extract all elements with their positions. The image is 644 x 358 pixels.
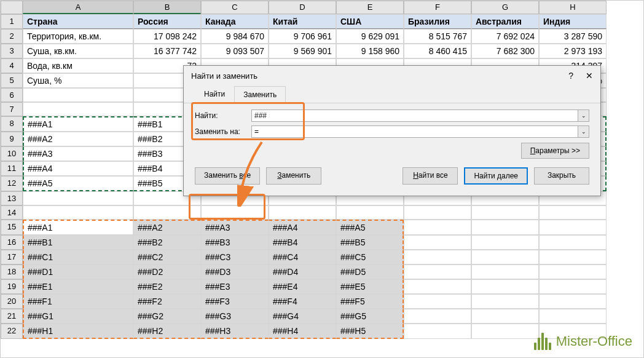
cell-F22[interactable]: [404, 324, 471, 339]
cell-C21[interactable]: ###G3: [201, 309, 269, 324]
cell-A20[interactable]: ###F1: [23, 294, 133, 309]
cell-B20[interactable]: ###F2: [133, 294, 201, 309]
cell-B16[interactable]: ###B2: [133, 235, 201, 250]
row-header-14[interactable]: 14: [1, 205, 23, 220]
cell-D22[interactable]: ###H4: [269, 324, 336, 339]
cell-F19[interactable]: [404, 279, 471, 294]
cell-H18[interactable]: [539, 265, 607, 279]
col-header-C[interactable]: C: [201, 1, 269, 14]
cell-B17[interactable]: ###C2: [133, 250, 201, 265]
select-all-corner[interactable]: [1, 1, 23, 14]
col-header-D[interactable]: D: [269, 1, 336, 14]
cell-C19[interactable]: ###E3: [201, 279, 269, 294]
cell-A4[interactable]: Вода, кв.км: [23, 58, 133, 73]
cell-A22[interactable]: ###H1: [23, 324, 133, 339]
cell-D18[interactable]: ###D4: [269, 265, 336, 279]
cell-B15[interactable]: ###A2: [133, 220, 201, 235]
cell-H20[interactable]: [539, 294, 607, 309]
row-header-19[interactable]: 19: [1, 279, 23, 294]
cell-E20[interactable]: ###F5: [336, 294, 404, 309]
col-header-E[interactable]: E: [336, 1, 404, 14]
cell-H21[interactable]: [539, 309, 607, 324]
row-header-5[interactable]: 5: [1, 73, 23, 88]
row-header-2[interactable]: 2: [1, 29, 23, 44]
cell-C2[interactable]: 9 984 670: [201, 29, 269, 44]
cell-G17[interactable]: [471, 250, 539, 265]
col-header-F[interactable]: F: [404, 1, 471, 14]
cell-H14[interactable]: [539, 205, 607, 220]
cell-E3[interactable]: 9 158 960: [336, 44, 404, 58]
cell-A11[interactable]: ###A4: [23, 161, 133, 176]
cell-E19[interactable]: ###E5: [336, 279, 404, 294]
cell-E17[interactable]: ###C5: [336, 250, 404, 265]
cell-A1[interactable]: Страна: [23, 14, 133, 29]
cell-E15[interactable]: ###A5: [336, 220, 404, 235]
cell-A13[interactable]: [23, 191, 133, 205]
tab-replace[interactable]: Заменить: [234, 86, 286, 103]
cell-G20[interactable]: [471, 294, 539, 309]
cell-B22[interactable]: ###H2: [133, 324, 201, 339]
cell-A12[interactable]: ###A5: [23, 176, 133, 191]
cell-F3[interactable]: 8 460 415: [404, 44, 471, 58]
cell-E18[interactable]: ###D5: [336, 265, 404, 279]
row-header-18[interactable]: 18: [1, 265, 23, 279]
cell-D3[interactable]: 9 569 901: [269, 44, 336, 58]
cell-C20[interactable]: ###F3: [201, 294, 269, 309]
row-header-13[interactable]: 13: [1, 191, 23, 205]
find-input[interactable]: [251, 109, 578, 122]
cell-F1[interactable]: Бразилия: [404, 14, 471, 29]
cell-G18[interactable]: [471, 265, 539, 279]
row-header-11[interactable]: 11: [1, 161, 23, 176]
row-header-16[interactable]: 16: [1, 235, 23, 250]
help-button[interactable]: ?: [568, 71, 573, 81]
cell-E14[interactable]: [336, 205, 404, 220]
row-header-20[interactable]: 20: [1, 294, 23, 309]
cell-C16[interactable]: ###B3: [201, 235, 269, 250]
cell-F2[interactable]: 8 515 767: [404, 29, 471, 44]
cell-D1[interactable]: Китай: [269, 14, 336, 29]
cell-A9[interactable]: ###A2: [23, 132, 133, 146]
replace-button[interactable]: Заменить: [266, 167, 321, 185]
cell-H15[interactable]: [539, 220, 607, 235]
replace-all-button[interactable]: Заменить все: [195, 167, 260, 185]
cell-B14[interactable]: [133, 205, 201, 220]
row-header-8[interactable]: 8: [1, 116, 23, 132]
cell-B19[interactable]: ###E2: [133, 279, 201, 294]
cell-D17[interactable]: ###C4: [269, 250, 336, 265]
cell-A17[interactable]: ###C1: [23, 250, 133, 265]
cell-H19[interactable]: [539, 279, 607, 294]
cell-A3[interactable]: Суша, кв.км.: [23, 44, 133, 58]
replace-dropdown-icon[interactable]: ⌄: [578, 125, 589, 138]
cell-D16[interactable]: ###B4: [269, 235, 336, 250]
params-button[interactable]: Параметры >>: [521, 143, 589, 159]
cell-C17[interactable]: ###C3: [201, 250, 269, 265]
cell-E22[interactable]: ###H5: [336, 324, 404, 339]
cell-A16[interactable]: ###B1: [23, 235, 133, 250]
cell-C22[interactable]: ###H3: [201, 324, 269, 339]
cell-B1[interactable]: Россия: [133, 14, 201, 29]
cell-C14[interactable]: [201, 205, 269, 220]
cell-E2[interactable]: 9 629 091: [336, 29, 404, 44]
row-header-7[interactable]: 7: [1, 102, 23, 116]
cell-G21[interactable]: [471, 309, 539, 324]
cell-H2[interactable]: 3 287 590: [539, 29, 607, 44]
close-button[interactable]: Закрыть: [534, 167, 589, 185]
cell-D21[interactable]: ###G4: [269, 309, 336, 324]
cell-B3[interactable]: 16 377 742: [133, 44, 201, 58]
cell-G15[interactable]: [471, 220, 539, 235]
col-header-H[interactable]: H: [539, 1, 607, 14]
cell-A7[interactable]: [23, 102, 133, 116]
row-header-6[interactable]: 6: [1, 88, 23, 102]
cell-A21[interactable]: ###G1: [23, 309, 133, 324]
cell-C3[interactable]: 9 093 507: [201, 44, 269, 58]
row-header-1[interactable]: 1: [1, 14, 23, 29]
cell-D15[interactable]: ###A4: [269, 220, 336, 235]
col-header-B[interactable]: B: [133, 1, 201, 14]
close-icon[interactable]: ✕: [586, 71, 593, 81]
row-header-12[interactable]: 12: [1, 176, 23, 191]
col-header-G[interactable]: G: [471, 1, 539, 14]
row-header-22[interactable]: 22: [1, 324, 23, 339]
cell-A2[interactable]: Территория, кв.км.: [23, 29, 133, 44]
find-dropdown-icon[interactable]: ⌄: [578, 109, 589, 122]
cell-A10[interactable]: ###A3: [23, 146, 133, 161]
